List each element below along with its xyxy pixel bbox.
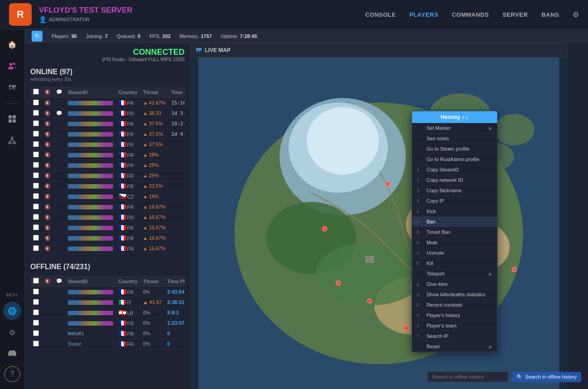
context-menu-item[interactable]: 2 Copy network ID (412, 175, 497, 185)
mute-icon[interactable]: 🔇 (44, 100, 51, 105)
offline-row-checkbox[interactable] (33, 299, 39, 305)
mute-icon[interactable]: 🔇 (44, 121, 51, 126)
row-checkbox[interactable] (33, 141, 39, 147)
mute-icon[interactable]: 🔇 (44, 142, 51, 147)
context-menu-item[interactable]: 4 Copy IP (412, 196, 497, 206)
mute-icon[interactable]: 🔇 (44, 194, 51, 199)
context-menu-item[interactable]: d Show kills/deaths statistics (412, 289, 497, 300)
nav-server[interactable]: SERVER (503, 11, 528, 18)
row-checkbox[interactable] (33, 224, 39, 230)
sidebar-discord-icon[interactable] (4, 345, 20, 361)
offline-row-checkbox[interactable] (33, 320, 39, 326)
context-menu-item[interactable]: h Player's history (412, 310, 497, 321)
mute-icon[interactable]: 🔇 (44, 183, 51, 189)
select-all-checkbox[interactable] (33, 89, 39, 95)
sidebar-map-icon[interactable]: 🗺 (4, 80, 20, 96)
context-menu-item[interactable]: f Search IP (412, 331, 497, 342)
context-menu-item[interactable]: b Ban (412, 217, 497, 227)
chat-icon[interactable]: 💬 (56, 110, 62, 116)
row-checkbox[interactable] (33, 162, 39, 168)
nav-console[interactable]: CONSOLE (365, 11, 396, 18)
mute-icon[interactable]: 🔇 (44, 204, 51, 209)
context-menu-item[interactable]: Set Marker ▶ (412, 123, 497, 133)
online-player-row[interactable]: 🔇 🇫🇷FR ▲25% 8 0:20:3 • (30, 171, 185, 181)
offline-row-checkbox[interactable] (33, 289, 39, 294)
context-menu-item[interactable]: 1 Copy SteamID (412, 165, 497, 175)
row-checkbox[interactable] (33, 235, 39, 241)
mute-icon[interactable]: 🔇 (44, 162, 51, 168)
context-menu-item[interactable]: See notes (412, 133, 497, 144)
context-menu-item[interactable]: Go to RustAdmin profile (412, 154, 497, 165)
nav-bans[interactable]: BANS (541, 11, 559, 18)
map-body[interactable] (190, 57, 567, 389)
online-player-row[interactable]: 🔇 🇨🇿CZ ▲19% 74 0:8:13 • (30, 191, 185, 202)
row-checkbox[interactable] (33, 214, 39, 220)
online-player-row[interactable]: 🔇 🇫🇷FR ▲37.5% 5 2:18:26 • (30, 139, 185, 150)
sidebar-globe-icon[interactable]: 🌐 (3, 302, 21, 320)
context-menu-item[interactable]: K Kill (412, 258, 497, 269)
offline-player-row[interactable]: 🇫🇷FR 0% 1:23:37 15 12/02/2021 14:06:02 (30, 318, 185, 328)
context-menu-item[interactable]: u Unmute (412, 248, 497, 258)
context-menu-item[interactable]: B Timed Ban (412, 227, 497, 237)
online-player-row[interactable]: 🔇 🇫🇷FR ▲16.67% 52 2:7:19 • (30, 233, 185, 243)
row-checkbox[interactable] (33, 204, 39, 209)
offline-player-row[interactable]: 🇱🇧LB 0% 9:8:2 113 12/02/2021 14:06:02 (30, 308, 185, 318)
online-player-row[interactable]: 🔇 🇫🇷FR ▲16.67% 27 0:26:17 • (30, 202, 185, 212)
row-checkbox[interactable] (33, 100, 39, 105)
online-player-row[interactable]: 🔇 🇫🇷FR ▲23.5% 22 3:38:39 • (30, 181, 185, 191)
row-checkbox[interactable] (33, 152, 39, 157)
sidebar-gear-icon[interactable]: ⚙ (4, 324, 20, 341)
row-checkbox[interactable] (33, 193, 39, 199)
mute-icon[interactable]: 🔇 (44, 235, 51, 241)
online-player-row[interactable]: 🔇 💬 🇫🇷FR ▲38.33 1d 3:59:23 16 1:4:32 78.… (30, 108, 185, 119)
offline-row-checkbox[interactable] (33, 341, 39, 346)
context-menu-item[interactable]: t Player's team (412, 321, 497, 331)
context-menu-item[interactable]: Reset ▶ (412, 342, 497, 352)
mute-icon[interactable]: 🔇 (44, 131, 51, 137)
mute-icon[interactable]: 🔇 (44, 246, 51, 251)
context-menu-item[interactable]: Teleport ▶ (412, 269, 497, 279)
context-menu[interactable]: Hemmy ♪♫ Set Marker ▶ See notes Go to St… (412, 111, 498, 352)
online-player-row[interactable]: 🔇 🇫🇷FR ▲37.5% 1d 4:5:6:6 24 0:55:54 88.x… (30, 129, 185, 139)
offline-search-input[interactable] (427, 371, 508, 382)
refresh-button[interactable]: ↻ (32, 31, 43, 42)
context-menu-item[interactable]: 3 Copy Nickname (412, 185, 497, 196)
sidebar-help-icon[interactable]: ? (4, 366, 20, 382)
mute-icon[interactable]: 🔇 (44, 110, 51, 116)
mute-icon[interactable]: 🔇 (44, 173, 51, 178)
online-player-row[interactable]: 🔇 🇫🇷FR ▲25% 58 0:1:19 • (30, 160, 185, 171)
offline-select-all[interactable] (33, 278, 39, 284)
mute-icon[interactable]: 🔇 (44, 214, 51, 220)
online-player-row[interactable]: 🔇 🇫🇷FR ▲16.67% 11 0:9:19 • (30, 243, 185, 254)
row-checkbox[interactable] (33, 110, 39, 116)
offline-player-row[interactable]: Snooz 🇫🇷FR 0% 0 0 (30, 339, 185, 349)
context-menu-item[interactable]: k Kick (412, 206, 497, 217)
settings-icon[interactable]: ⚙ (573, 10, 579, 19)
nav-players[interactable]: PLAYERS (409, 11, 438, 18)
offline-search-button[interactable]: 🔍 Search in offline history (512, 372, 581, 382)
offline-row-checkbox[interactable] (33, 309, 39, 315)
online-player-row[interactable]: 🔇 🇫🇷FR ▲37.5% 19:2:8 34 2:12:41 92.x.x.x… (30, 119, 185, 129)
sidebar-players-icon[interactable] (4, 58, 20, 74)
online-player-row[interactable]: 🔇 🇫🇷FR ▲28% 8 6:21:5 • (30, 150, 185, 160)
sidebar-home-icon[interactable]: 🏠 (4, 36, 20, 52)
row-checkbox[interactable] (33, 131, 39, 137)
offline-row-checkbox[interactable] (33, 330, 39, 336)
offline-player-row[interactable]: 🇮🇹IT ▲ 41.67 2:38:31 73 12/02/2021 14:06… (30, 297, 185, 308)
offline-player-row[interactable]: WaKaRi 🇫🇷FR 0% 0 0 No (30, 328, 185, 339)
row-checkbox[interactable] (33, 245, 39, 251)
row-checkbox[interactable] (33, 183, 39, 189)
sidebar-grid-icon[interactable] (4, 111, 20, 127)
mute-icon[interactable]: 🔇 (44, 152, 51, 157)
context-menu-item[interactable]: Go to Steam profile (412, 144, 497, 154)
online-player-row[interactable]: 🔇 🇫🇷FR ▲41.67% 15:16:5 35 1:47:34 73.x.x… (30, 98, 185, 108)
sidebar-nodes-icon[interactable] (4, 133, 20, 149)
context-menu-item[interactable]: g Give item (412, 279, 497, 289)
row-checkbox[interactable] (33, 172, 39, 178)
online-player-row[interactable]: 🔇 🇫🇷FR ▲16.67% 46 0:19:31 • (30, 223, 185, 233)
context-menu-item[interactable]: m Mute (412, 237, 497, 248)
context-menu-item[interactable]: R Recent combats (412, 300, 497, 310)
online-player-row[interactable]: 🔇 🇫🇷FR ▲16.67% 72 1:10:46 11763€ • (30, 212, 185, 223)
row-checkbox[interactable] (33, 120, 39, 126)
offline-player-row[interactable]: 🇫🇷FR 0% 2:43:54 14 12/02/2021 14:06:02 7… (30, 287, 185, 297)
